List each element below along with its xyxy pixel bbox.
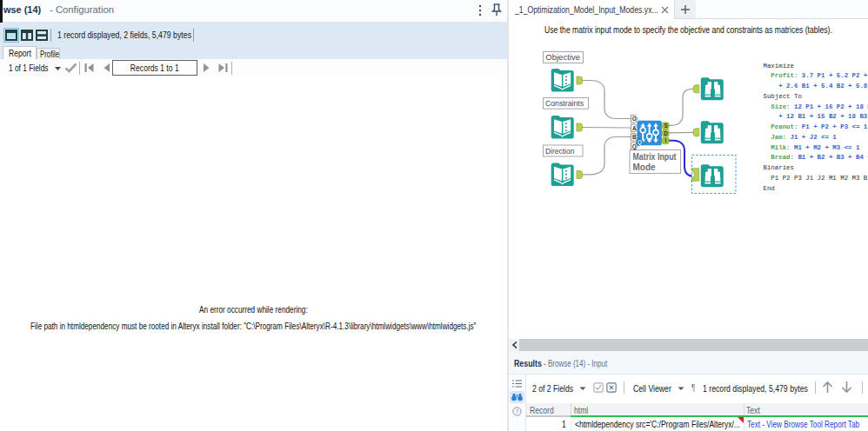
svg-text:Objective: Objective	[545, 52, 580, 62]
svg-text:Mode: Mode	[633, 162, 656, 172]
svg-text:Matrix Input: Matrix Input	[633, 152, 678, 162]
svg-text:O: O	[632, 116, 637, 122]
svg-text:Q: Q	[632, 143, 637, 150]
svg-text:Direction: Direction	[545, 146, 575, 156]
svg-text:Constraints: Constraints	[545, 98, 584, 108]
svg-text:S: S	[664, 123, 668, 129]
svg-text:?: ?	[516, 408, 519, 414]
svg-text:Q: Q	[638, 139, 642, 146]
svg-text:A: A	[632, 125, 637, 131]
svg-text:I: I	[665, 137, 667, 143]
svg-text:B: B	[632, 134, 637, 140]
svg-text:D: D	[664, 130, 668, 136]
